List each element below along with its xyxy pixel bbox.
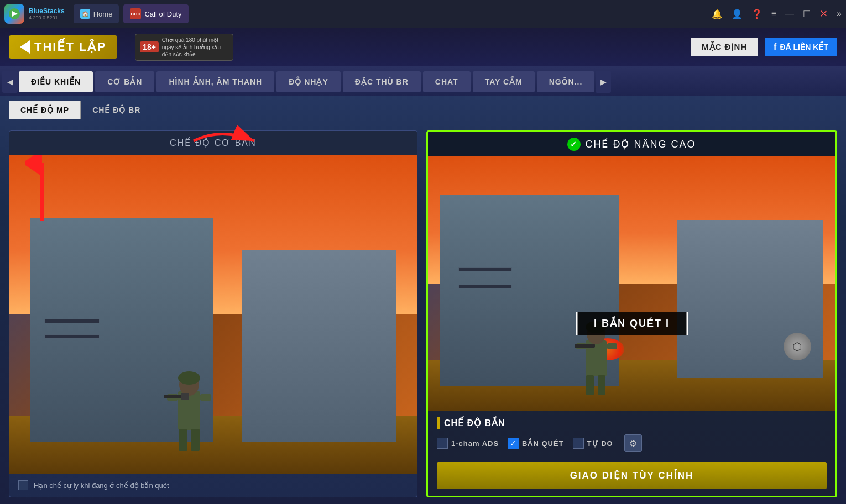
bullet-icon: ⬡ <box>784 333 811 360</box>
bell-icon[interactable]: 🔔 <box>712 9 723 19</box>
radio-box-ban-quet[interactable]: ✓ <box>508 438 519 449</box>
home-tab[interactable]: 🏠 Home <box>74 4 119 23</box>
menu-icon[interactable]: ≡ <box>771 9 776 19</box>
user-icon[interactable]: 👤 <box>732 9 743 19</box>
bluestacks-info: BlueStacks 4.200.0.5201 <box>29 7 65 20</box>
bluestacks-name: BlueStacks <box>29 7 65 15</box>
checkbox-han-che[interactable] <box>18 480 28 490</box>
age-warning: 18+ Chơi quá 180 phút một ngày sẽ ảnh hư… <box>135 34 233 61</box>
giao-dien-button[interactable]: GIAO DIỆN TÙY CHỈNH <box>437 462 827 489</box>
bluestacks-version: 4.200.0.5201 <box>29 15 65 20</box>
svg-rect-15 <box>598 375 605 395</box>
bluestacks-logo <box>4 4 24 24</box>
svg-point-4 <box>178 371 200 385</box>
right-panel: ✓ CHẾ ĐỘ NÂNG CAO <box>426 130 837 497</box>
radio-box-ads[interactable] <box>437 438 448 449</box>
left-panel: CHẾ ĐỘ CƠ BẢN <box>9 130 417 497</box>
svg-rect-14 <box>586 375 594 395</box>
checkbox-row: Hạn chế cự ly khi đang ở chế độ bắn quét <box>9 474 417 497</box>
maximize-icon[interactable]: ☐ <box>803 9 811 19</box>
right-panel-title: ✓ CHẾ ĐỘ NÂNG CAO <box>428 132 835 156</box>
tab-chat[interactable]: CHAT <box>423 71 471 92</box>
tab-do-nhay[interactable]: ĐỘ NHẠY <box>276 71 341 92</box>
close-icon[interactable]: ✕ <box>819 8 828 20</box>
content-area: CHẾ ĐỘ CƠ BẢN <box>0 124 846 504</box>
left-panel-title: CHẾ ĐỘ CƠ BẢN <box>9 131 417 155</box>
title-bar-icons: 🔔 👤 ❓ ≡ — ☐ ✕ » <box>712 8 842 20</box>
svg-rect-10 <box>181 393 189 400</box>
radio-label-ban-quet: BẮN QUÉT <box>522 439 564 448</box>
tab-ngon[interactable]: NGÔN... <box>537 71 595 92</box>
vent-r1 <box>458 267 512 271</box>
yellow-bar-icon <box>437 417 440 429</box>
title-bar: BlueStacks 4.200.0.5201 🏠 Home COD Call … <box>0 0 846 28</box>
settings-gear-button[interactable]: ⚙ <box>624 434 642 452</box>
subtab-mp[interactable]: CHẾ ĐỘ MP <box>9 101 81 119</box>
svg-rect-8 <box>200 394 211 401</box>
svg-rect-6 <box>191 429 200 451</box>
radio-1cham-ads[interactable]: 1-cham ADS <box>437 438 499 449</box>
da-lien-ket-button[interactable]: f ĐÃ LIÊN KẾT <box>765 38 837 56</box>
mac-dinh-button[interactable]: MẶC ĐỊNH <box>691 38 758 56</box>
sub-tabs: CHẾ ĐỘ MP CHẾ ĐỘ BR <box>0 96 846 124</box>
soldier-figure <box>164 364 214 458</box>
nav-next-arrow[interactable]: ▶ <box>596 71 611 93</box>
radio-label-ads: 1-cham ADS <box>451 439 499 448</box>
ban-quet-overlay: I BẮN QUÉT I <box>576 312 688 335</box>
help-icon[interactable]: ❓ <box>751 9 763 19</box>
nav-prev-arrow[interactable]: ◀ <box>2 71 18 93</box>
tab-dieu-khien[interactable]: ĐIỀU KHIỂN <box>19 71 93 92</box>
home-icon: 🏠 <box>80 9 90 19</box>
svg-rect-5 <box>179 429 187 451</box>
tab-hinh-anh[interactable]: HÌNH ẢNH, ÂM THANH <box>156 71 274 92</box>
back-arrow-icon <box>20 40 30 54</box>
che-do-ban-row: CHẾ ĐỘ BẮN <box>428 411 835 431</box>
check-circle-icon: ✓ <box>567 138 581 151</box>
facebook-icon: f <box>774 42 776 52</box>
svg-rect-18 <box>575 344 595 348</box>
tab-tay-cam[interactable]: TAY CẦM <box>473 71 535 92</box>
right-panel-image: I BẮN QUÉT I ⬡ <box>428 156 835 411</box>
thiet-lap-label: THIẾT LẬP <box>34 40 106 54</box>
app-area: THIẾT LẬP 18+ Chơi quá 180 phút một ngày… <box>0 28 846 504</box>
building-right <box>242 250 396 442</box>
che-do-ban-label: CHẾ ĐỘ BẮN <box>444 418 505 428</box>
more-icon[interactable]: » <box>837 9 842 19</box>
minimize-icon[interactable]: — <box>785 9 794 19</box>
radio-ban-quet[interactable]: ✓ BẮN QUÉT <box>508 438 564 449</box>
radio-label-tu-do: TỰ DO <box>587 439 613 448</box>
checkbox-label: Hạn chế cự ly khi đang ở chế độ bắn quét <box>34 481 169 490</box>
cod-icon: COD <box>130 8 141 19</box>
age-badge: 18+ <box>140 41 159 53</box>
age-warning-text: Chơi quá 180 phút một ngày sẽ ảnh hưởng … <box>162 36 228 58</box>
header-row: THIẾT LẬP 18+ Chơi quá 180 phút một ngày… <box>0 28 846 67</box>
nav-tabs: ◀ ĐIỀU KHIỂN CƠ BẢN HÌNH ẢNH, ÂM THANH Đ… <box>0 67 846 96</box>
radio-box-tu-do[interactable] <box>573 438 584 449</box>
left-panel-image <box>9 155 417 474</box>
radio-tu-do[interactable]: TỰ DO <box>573 438 613 449</box>
red-arrow-up <box>25 155 59 227</box>
tab-co-ban[interactable]: CƠ BẢN <box>95 71 154 92</box>
cod-tab[interactable]: COD Call of Duty <box>123 4 188 23</box>
subtab-br[interactable]: CHẾ ĐỘ BR <box>81 101 152 119</box>
tab-dac-thu-br[interactable]: ĐẶC THÙ BR <box>343 71 421 92</box>
thiet-lap-button[interactable]: THIẾT LẬP <box>9 35 117 59</box>
vent-strip-1 <box>44 319 99 323</box>
vent-strip-2 <box>44 334 99 339</box>
svg-rect-17 <box>607 343 617 349</box>
radio-options-row: 1-cham ADS ✓ BẮN QUÉT TỰ DO ⚙ <box>428 431 835 458</box>
vent-r2 <box>458 285 512 288</box>
